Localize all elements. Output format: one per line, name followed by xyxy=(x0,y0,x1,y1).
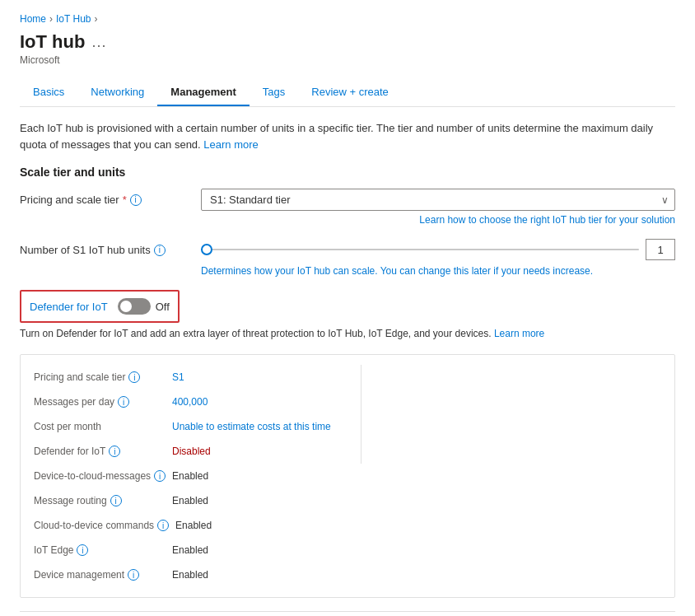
info-row-pricing-tier: Pricing and scale tier i S1 xyxy=(34,365,348,390)
info-row-device-mgmt: Device management i Enabled xyxy=(34,562,348,587)
scale-section-title: Scale tier and units xyxy=(20,166,675,179)
info-val-cost-per-month: Unable to estimate costs at this time xyxy=(172,421,331,432)
info-row-defender: Defender for IoT i Disabled xyxy=(34,439,348,464)
breadcrumb: Home › IoT Hub › xyxy=(20,13,675,25)
pricing-tier-field: Pricing and scale tier * i S1: Standard … xyxy=(20,189,675,226)
pricing-tier-select-wrapper: S1: Standard tier ∨ xyxy=(201,189,675,211)
units-label: Number of S1 IoT hub units i xyxy=(20,239,201,256)
info-key-device-mgmt: Device management i xyxy=(34,569,166,581)
defender-iot-row: Defender for IoT Off xyxy=(20,290,180,323)
info-table-grid: Pricing and scale tier i S1 Messages per… xyxy=(34,365,661,587)
units-value: 1 xyxy=(646,239,675,260)
info-row-d2c: Device-to-cloud-messages i Enabled xyxy=(34,464,348,488)
units-slider-field: Number of S1 IoT hub units i 1 xyxy=(20,239,675,260)
units-slider[interactable] xyxy=(201,249,639,250)
pricing-tier-table-info-icon[interactable]: i xyxy=(128,371,140,383)
breadcrumb-sep-2: › xyxy=(94,13,97,25)
units-info-icon[interactable]: i xyxy=(154,245,166,256)
info-row-messages-per-day: Messages per day i 400,000 xyxy=(34,390,348,414)
tab-basics[interactable]: Basics xyxy=(20,79,77,106)
defender-label: Defender for IoT xyxy=(30,301,108,313)
device-mgmt-info-icon[interactable]: i xyxy=(128,569,139,581)
description-learn-more-link[interactable]: Learn more xyxy=(203,138,258,151)
management-description: Each IoT hub is provisioned with a certa… xyxy=(20,120,675,152)
units-description: Determines how your IoT hub can scale. Y… xyxy=(20,265,675,277)
breadcrumb-home[interactable]: Home xyxy=(20,13,46,25)
iot-edge-info-icon[interactable]: i xyxy=(77,544,88,556)
defender-learn-more-link[interactable]: Learn more xyxy=(494,328,544,339)
info-val-device-mgmt: Enabled xyxy=(172,569,208,581)
c2d-info-icon[interactable]: i xyxy=(157,520,169,531)
info-val-iot-edge: Enabled xyxy=(172,544,208,556)
info-key-d2c: Device-to-cloud-messages i xyxy=(34,470,166,482)
info-val-d2c: Enabled xyxy=(172,470,208,482)
defender-table-info-icon[interactable]: i xyxy=(109,446,120,457)
tab-tags[interactable]: Tags xyxy=(250,79,298,106)
page-header: IoT hub ... xyxy=(20,31,675,53)
routing-info-icon[interactable]: i xyxy=(110,495,122,506)
info-key-cost-per-month: Cost per month xyxy=(34,421,166,432)
defender-toggle[interactable] xyxy=(118,298,151,315)
tab-networking[interactable]: Networking xyxy=(77,79,157,106)
info-val-pricing-tier: S1 xyxy=(172,371,184,383)
tier-help-link[interactable]: Learn how to choose the right IoT hub ti… xyxy=(201,214,675,226)
info-row-cost-per-month: Cost per month Unable to estimate costs … xyxy=(34,414,348,439)
info-val-c2d: Enabled xyxy=(175,520,212,531)
info-summary-table: Pricing and scale tier i S1 Messages per… xyxy=(20,354,675,598)
units-slider-wrapper: 1 xyxy=(201,239,675,260)
info-key-defender: Defender for IoT i xyxy=(34,446,166,457)
info-key-message-routing: Message routing i xyxy=(34,495,166,506)
info-val-message-routing: Enabled xyxy=(172,495,208,506)
info-row-c2d: Cloud-to-device commands i Enabled xyxy=(34,513,348,538)
pricing-tier-select[interactable]: S1: Standard tier xyxy=(201,189,675,211)
info-key-pricing-tier: Pricing and scale tier i xyxy=(34,371,166,383)
breadcrumb-iothub[interactable]: IoT Hub xyxy=(56,13,91,25)
tab-review-create[interactable]: Review + create xyxy=(298,79,402,106)
defender-toggle-container: Off xyxy=(118,298,170,315)
defender-toggle-state: Off xyxy=(156,301,170,313)
info-row-iot-edge: IoT Edge i Enabled xyxy=(34,538,348,562)
tabs-nav: Basics Networking Management Tags Review… xyxy=(20,79,675,107)
breadcrumb-sep-1: › xyxy=(49,13,53,25)
defender-description: Turn on Defender for IoT and add an extr… xyxy=(20,326,675,341)
d2c-info-icon[interactable]: i xyxy=(154,470,166,482)
info-key-c2d: Cloud-to-device commands i xyxy=(34,520,169,531)
page-title: IoT hub xyxy=(20,31,85,53)
required-indicator: * xyxy=(123,194,127,206)
pricing-tier-info-icon[interactable]: i xyxy=(130,194,142,206)
tab-management[interactable]: Management xyxy=(157,79,249,106)
info-key-iot-edge: IoT Edge i xyxy=(34,544,166,556)
toggle-thumb xyxy=(120,301,132,312)
more-options-button[interactable]: ... xyxy=(91,34,106,51)
info-key-messages-per-day: Messages per day i xyxy=(34,396,166,408)
page-subtitle: Microsoft xyxy=(20,54,675,66)
messages-per-day-info-icon[interactable]: i xyxy=(118,396,129,408)
info-col-left: Pricing and scale tier i S1 Messages per… xyxy=(34,365,348,464)
info-row-message-routing: Message routing i Enabled xyxy=(34,488,348,513)
advanced-settings-toggle[interactable]: ∨ Advanced settings xyxy=(20,611,675,616)
info-val-defender: Disabled xyxy=(172,446,211,457)
pricing-tier-label: Pricing and scale tier * i xyxy=(20,189,201,206)
info-col-right: Device-to-cloud-messages i Enabled Messa… xyxy=(34,464,348,587)
info-val-messages-per-day: 400,000 xyxy=(172,396,208,408)
pricing-tier-control: S1: Standard tier ∨ Learn how to choose … xyxy=(201,189,675,226)
